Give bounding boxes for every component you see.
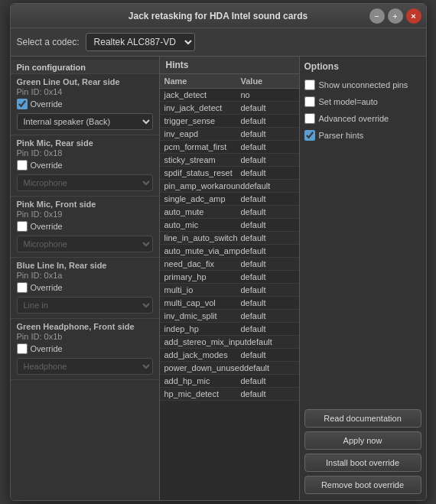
override-checkbox-0x1a[interactable] xyxy=(17,282,28,293)
pin-id-0x14: Pin ID: 0x14 xyxy=(17,87,153,96)
hint-row: trigger_sense default xyxy=(160,115,299,128)
hint-value: default xyxy=(241,311,294,320)
hint-row: add_jack_modes default xyxy=(160,349,299,362)
hint-value: default xyxy=(241,376,294,385)
hint-value: default xyxy=(241,194,294,203)
hint-row: inv_eapd default xyxy=(160,128,299,141)
option-set-model: Set model=auto xyxy=(304,95,421,109)
option-label-parser-hints: Parser hints xyxy=(319,131,364,140)
override-checkbox-0x19[interactable] xyxy=(17,221,28,232)
codec-label: Select a codec: xyxy=(17,37,80,47)
override-checkbox-0x14[interactable] xyxy=(17,99,28,109)
options-header: Options xyxy=(304,61,421,72)
hint-value: default xyxy=(241,220,294,229)
hint-value: default xyxy=(241,272,294,281)
install-override-button[interactable]: Install boot override xyxy=(304,454,421,472)
hint-row: add_hp_mic default xyxy=(160,375,299,388)
hint-name: multi_cap_vol xyxy=(164,298,241,307)
hint-value: default xyxy=(241,129,294,138)
hints-table-header: Name Value xyxy=(160,74,299,89)
pin-name-0x1b: Green Headphone, Front side xyxy=(17,322,153,331)
pin-name-0x18: Pink Mic, Rear side xyxy=(17,138,153,148)
override-label-0x14: Override xyxy=(31,99,63,109)
hint-name: jack_detect xyxy=(164,90,241,99)
hint-value: default xyxy=(241,233,294,242)
override-row-0x18: Override xyxy=(17,160,153,171)
pin-select-0x1a: Line in xyxy=(17,297,153,314)
read-docs-button[interactable]: Read documentation xyxy=(304,409,421,428)
option-checkbox-advanced[interactable] xyxy=(304,113,315,124)
hint-row: power_down_unused default xyxy=(160,362,299,375)
hint-name: indep_hp xyxy=(164,324,241,333)
remove-override-button[interactable]: Remove boot override xyxy=(304,476,421,494)
option-checkbox-set-model[interactable] xyxy=(304,96,315,107)
close-button[interactable]: × xyxy=(406,8,421,24)
override-row-0x1a: Override xyxy=(17,282,153,293)
override-row-0x14: Override xyxy=(17,99,153,109)
hint-value: default xyxy=(241,155,294,164)
hint-value: default xyxy=(241,246,294,255)
override-checkbox-0x18[interactable] xyxy=(17,160,28,171)
codec-select[interactable]: Realtek ALC887-VD xyxy=(86,33,195,51)
hint-name: trigger_sense xyxy=(164,116,241,125)
override-label-0x1b: Override xyxy=(31,344,63,353)
hint-name: inv_eapd xyxy=(164,129,241,138)
hint-value: default xyxy=(241,168,294,177)
hint-name: auto_mute_via_amp xyxy=(164,246,241,255)
right-panel: Options Show unconnected pins Set model=… xyxy=(300,57,426,500)
pin-name-0x14: Green Line Out, Rear side xyxy=(17,77,153,86)
hint-value: default xyxy=(241,298,294,307)
hint-name: power_down_unused xyxy=(164,363,245,372)
minimize-button[interactable]: − xyxy=(369,8,385,24)
hints-table-body[interactable]: jack_detect no inv_jack_detect default t… xyxy=(160,89,299,500)
hint-name: sticky_stream xyxy=(164,155,241,164)
hint-name: auto_mute xyxy=(164,207,241,216)
hint-name: add_jack_modes xyxy=(164,350,241,359)
window-title: Jack retasking for HDA Intel sound cards xyxy=(129,11,307,21)
toolbar: Select a codec: Realtek ALC887-VD xyxy=(11,28,426,57)
option-checkbox-parser-hints[interactable] xyxy=(304,130,315,141)
apply-now-button[interactable]: Apply now xyxy=(304,431,421,450)
hint-row: auto_mute default xyxy=(160,206,299,219)
action-buttons: Read documentation Apply now Install boo… xyxy=(304,409,421,496)
option-parser-hints: Parser hints xyxy=(304,128,421,142)
hint-row: auto_mute_via_amp default xyxy=(160,245,299,258)
hint-row: spdif_status_reset default xyxy=(160,167,299,180)
hint-row: jack_detect no xyxy=(160,89,299,102)
pin-id-0x19: Pin ID: 0x19 xyxy=(17,210,153,219)
hint-row: primary_hp default xyxy=(160,271,299,284)
hint-name: need_dac_fix xyxy=(164,259,241,268)
pin-select-0x14[interactable]: Internal speaker (Back) xyxy=(17,113,153,130)
hint-row: multi_io default xyxy=(160,284,299,297)
hint-row: multi_cap_vol default xyxy=(160,297,299,310)
hint-row: inv_dmic_split default xyxy=(160,310,299,323)
pin-group-0x14: Green Line Out, Rear side Pin ID: 0x14 O… xyxy=(11,74,159,135)
hints-col-name: Name xyxy=(164,76,241,86)
option-advanced: Advanced override xyxy=(304,112,421,125)
hint-value: no xyxy=(241,90,294,99)
hint-row: single_adc_amp default xyxy=(160,193,299,206)
main-window: Jack retasking for HDA Intel sound cards… xyxy=(10,3,427,501)
hint-row: hp_mic_detect default xyxy=(160,388,299,401)
override-row-0x1b: Override xyxy=(17,343,153,354)
maximize-button[interactable]: + xyxy=(388,8,403,24)
pin-id-0x18: Pin ID: 0x18 xyxy=(17,148,153,158)
pin-id-0x1a: Pin ID: 0x1a xyxy=(17,271,153,280)
hints-header: Hints xyxy=(160,57,299,74)
hints-panel: Hints Name Value jack_detect no inv_jack… xyxy=(160,57,300,500)
override-checkbox-0x1b[interactable] xyxy=(17,343,28,354)
hint-name: spdif_status_reset xyxy=(164,168,241,177)
option-checkbox-show-unconnected[interactable] xyxy=(304,80,315,90)
override-label-0x1a: Override xyxy=(31,283,63,292)
override-label-0x18: Override xyxy=(31,161,63,170)
hint-value: default xyxy=(244,363,298,372)
hint-name: add_hp_mic xyxy=(164,376,241,385)
pin-name-0x1a: Blue Line In, Rear side xyxy=(17,261,153,270)
option-show-unconnected: Show unconnected pins xyxy=(304,78,421,92)
hint-row: indep_hp default xyxy=(160,323,299,336)
pin-select-0x18: Microphone xyxy=(17,174,153,191)
hint-value: default xyxy=(241,259,294,268)
hint-name: add_stereo_mix_input xyxy=(164,337,247,346)
pin-name-0x19: Pink Mic, Front side xyxy=(17,200,153,209)
hint-value: default xyxy=(247,337,299,346)
